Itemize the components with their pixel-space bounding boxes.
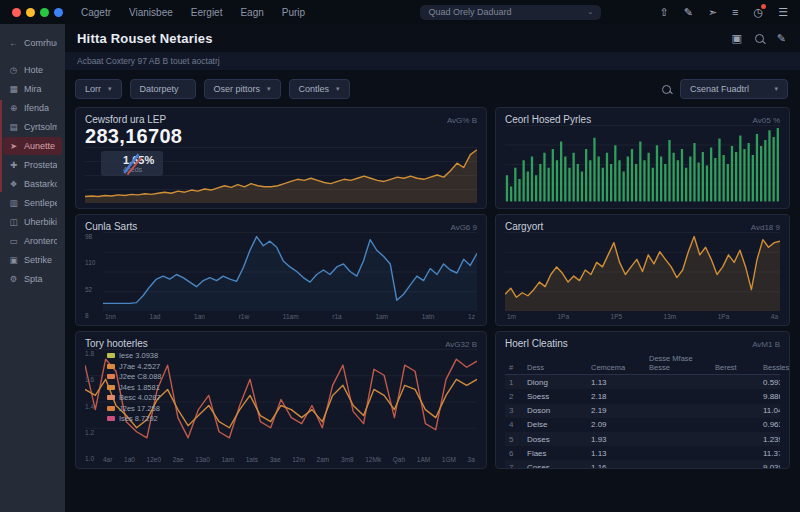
app-menu-item[interactable]: Purip (282, 7, 305, 18)
table-cell: 1.16 (587, 460, 645, 469)
table-row[interactable]: 6 Flaes 1.13 11.375 (505, 446, 780, 460)
legend-swatch-icon (107, 395, 115, 400)
search-icon[interactable] (662, 85, 671, 94)
app-menu-item[interactable]: Eagn (240, 7, 263, 18)
window-control-dot[interactable] (54, 8, 63, 17)
table-cell: Diong (523, 375, 587, 390)
share-icon[interactable]: ⇧ (659, 6, 668, 19)
sidebar-item-label: Mira (24, 84, 42, 94)
table-header[interactable]: Cemcema (587, 353, 645, 375)
area-chart[interactable]: 1.65% 4beds (85, 147, 477, 203)
table-cell-index: 5 (505, 432, 523, 446)
legend-item[interactable]: J2ee C8.088 (107, 372, 162, 381)
y-tick-label: 1.6 (85, 376, 101, 383)
history-icon[interactable]: ◷ (754, 6, 764, 19)
x-tick-label: 1P5 (611, 313, 623, 320)
sidebar-item[interactable]: ✚ Prosteta (3, 156, 62, 174)
sidebar-item[interactable]: ▭ Aronterce (3, 232, 62, 250)
table-cell: 11.375 (759, 446, 780, 460)
table-cell: 1.13 (587, 375, 645, 390)
search-icon[interactable] (755, 34, 764, 43)
table-cell: 9.886 (759, 389, 780, 403)
titlebar-search[interactable]: Quad Orely Daduard ⌄ (420, 5, 601, 20)
legend-label: J2ee C8.088 (119, 372, 162, 381)
x-tick-label: 1AM (417, 456, 430, 463)
image-icon[interactable]: ▣ (731, 32, 741, 45)
sidebar-item[interactable]: ➤ Aunette (3, 137, 62, 155)
bar-chart[interactable] (505, 125, 780, 203)
filter-button[interactable]: Oser pittors ▾ (204, 79, 281, 99)
sidebar-item[interactable]: ⊕ Ifenda (3, 99, 62, 117)
sidebar-item-icon: ❖ (8, 179, 19, 189)
panel-corner-label: Av05 % (753, 116, 780, 125)
sidebar-item-label: Setrike (24, 255, 52, 265)
legend-label: J4es 1.8581 (119, 383, 160, 392)
edit-icon[interactable]: ✎ (684, 6, 693, 19)
filter-button[interactable]: Lorr ▾ (75, 79, 122, 99)
table-header[interactable]: Desse Mfase Besse (645, 353, 711, 375)
sidebar-item-icon: ◷ (8, 65, 19, 75)
sidebar-item[interactable]: ◷ Hote (3, 61, 62, 79)
sidebar-item[interactable]: ▦ Mira (3, 80, 62, 98)
sidebar-item[interactable]: ⚙ Spta (3, 270, 62, 288)
table-row[interactable]: 7 Coses 1.16 9.038 (505, 460, 780, 469)
sidebar-item-label: Uherbikin (24, 217, 57, 227)
x-tick-label: 1an (194, 313, 205, 320)
x-axis: 1nn1ad1anr1w11amr1a1am1atn1z (103, 311, 477, 320)
table-header[interactable]: # (505, 353, 523, 375)
filter-button[interactable]: Datorpety (130, 79, 196, 99)
legend-item[interactable]: Iese 3.0938 (107, 351, 162, 360)
app-menu-item[interactable]: Eergiet (191, 7, 223, 18)
sidebar-item[interactable]: ▤ Cyrtsolm (3, 118, 62, 136)
sidebar-item[interactable]: ▣ Setrike (3, 251, 62, 269)
list-icon[interactable]: ≡ (732, 6, 738, 18)
panel-stat-area: Cewsford ura LEP AvG% B 283,16708 1.65% … (75, 107, 487, 209)
table-row[interactable]: 4 Delse 2.09 0.963 (505, 418, 780, 432)
table-row[interactable]: 2 Soess 2.18 9.886 (505, 389, 780, 403)
table-row[interactable]: 1 Diong 1.13 0.593 (505, 375, 780, 390)
table-header[interactable]: Dess (523, 353, 587, 375)
sidebar-item-icon: ▥ (8, 198, 19, 208)
legend-item[interactable]: Besc 4.0287 (107, 393, 162, 402)
scroll-indicator[interactable] (0, 100, 2, 192)
x-tick-label: 1GM (442, 456, 456, 463)
sidebar-item[interactable]: ← Comrhue (3, 34, 62, 52)
menu-icon[interactable]: ☰ (778, 6, 788, 19)
filter-button-label: Datorpety (140, 84, 179, 94)
panel-multiline-chart: Tory hooterles AvG32 B 1.81.61.41.21.0 I… (75, 331, 487, 469)
overview-table: # Dess Cemcema Desse Mfase Besse Berest … (505, 353, 780, 469)
table-header[interactable]: Berest (711, 353, 759, 375)
filter-button-label: Lorr (85, 84, 101, 94)
app-menu-item[interactable]: Cagetr (81, 7, 111, 18)
legend-swatch-icon (107, 406, 115, 411)
table-row[interactable]: 3 Doson 2.19 11.046 (505, 404, 780, 418)
table-row[interactable]: 5 Doses 1.93 1.239 (505, 432, 780, 446)
sidebar-item-icon: ✚ (8, 160, 19, 170)
legend-item[interactable]: J4es 1.8581 (107, 383, 162, 392)
filter-toolbar: Lorr ▾ Datorpety Oser pittors ▾ Co (65, 70, 800, 102)
sidebar: ← Comrhue ◷ Hote ▦ Mira ⊕ Ifenda ▤ Cyrts… (0, 24, 65, 512)
legend-label: J7ae 4.2527 (119, 362, 160, 371)
app-menu-item[interactable]: Vianisbee (129, 7, 173, 18)
x-tick-label: 1nn (105, 313, 116, 320)
dashboard-select[interactable]: Csenat Fuadtrl ▾ (680, 79, 788, 99)
legend-item[interactable]: J2es 17.258 (107, 404, 162, 413)
sidebar-item[interactable]: ❖ Bastarkos (3, 175, 62, 193)
edit-icon[interactable]: ✎ (777, 32, 786, 45)
legend-item[interactable]: Ises 8.7292 (107, 414, 162, 423)
trend-spark-icon (101, 151, 163, 176)
sidebar-item-label: Comrhue (24, 38, 57, 48)
window-control-dot[interactable] (26, 8, 35, 17)
filter-button[interactable]: Contles ▾ (289, 79, 350, 99)
panel-line-chart-orange: Cargyort Avd18 9 1m1Pa1P513m1Pa4a (495, 214, 790, 326)
area-chart[interactable] (505, 232, 780, 311)
sidebar-item[interactable]: ▥ Sentlepe (3, 194, 62, 212)
table-header[interactable]: Besslese (759, 353, 780, 375)
legend-item[interactable]: J7ae 4.2527 (107, 362, 162, 371)
sidebar-item[interactable]: ◫ Uherbikin (3, 213, 62, 231)
window-control-dot[interactable] (12, 8, 21, 17)
line-chart[interactable] (103, 232, 477, 311)
window-control-dot[interactable] (40, 8, 49, 17)
sidebar-item-label: Aunette (24, 141, 55, 151)
send-icon[interactable]: ➣ (708, 6, 717, 19)
